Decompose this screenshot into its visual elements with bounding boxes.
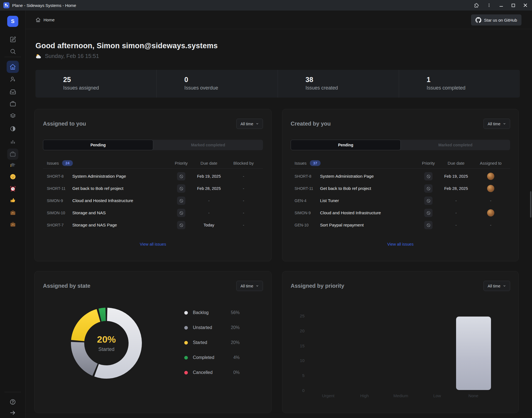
- sidebar: S: [0, 11, 25, 418]
- create-issue-icon[interactable]: [9, 36, 16, 43]
- priority-none-button[interactable]: [177, 221, 185, 229]
- priority-none-button[interactable]: [424, 221, 433, 229]
- sidebar-item-cycles[interactable]: [9, 125, 16, 132]
- tab-marked-completed[interactable]: Marked completed: [401, 140, 510, 150]
- extensions-icon[interactable]: [474, 3, 479, 8]
- x-axis-category: None: [458, 393, 489, 398]
- help-icon[interactable]: [9, 399, 16, 405]
- issues-label: Issues: [295, 161, 306, 165]
- tab-pending[interactable]: Pending: [43, 140, 153, 150]
- project-graduation-cap-icon[interactable]: [9, 162, 16, 169]
- view-all-issues-link[interactable]: View all issues: [140, 242, 166, 246]
- time-filter-dropdown[interactable]: All time: [236, 281, 263, 291]
- time-filter-dropdown[interactable]: All time: [236, 119, 263, 129]
- issue-key: SHORT-11: [47, 186, 72, 191]
- sidebar-item-archives[interactable]: [7, 149, 18, 160]
- github-star-label: Star us on GitHub: [484, 18, 517, 22]
- project-alarm-clock-icon[interactable]: [9, 185, 16, 192]
- legend-percent: 20%: [231, 340, 240, 345]
- donut-slice: [99, 308, 106, 322]
- priority-none-button[interactable]: [424, 209, 433, 217]
- stat-label: Issues overdue: [184, 85, 277, 91]
- stat-issues-completed: 1 Issues completed: [399, 70, 520, 98]
- x-axis-category: Low: [422, 393, 452, 398]
- time-filter-dropdown[interactable]: All time: [484, 119, 510, 129]
- column-blocked-by: Blocked by: [224, 161, 263, 165]
- sidebar-item-projects[interactable]: [9, 100, 16, 107]
- sidebar-item-analytics[interactable]: [9, 138, 16, 144]
- issue-due-date: -: [441, 211, 471, 215]
- window-minimize-button[interactable]: [499, 3, 503, 7]
- stat-label: Issues assigned: [63, 85, 156, 91]
- panel-title: Assigned by state: [43, 283, 90, 289]
- issue-title: Cloud and Hosted Infrastructure: [72, 198, 169, 203]
- greeting-datetime: Sunday, Feb 16 15:51: [45, 53, 99, 59]
- project-thumbs-up-icon[interactable]: [9, 197, 16, 203]
- sun-behind-cloud-icon: [35, 53, 42, 59]
- priority-none-button[interactable]: [424, 197, 433, 205]
- project-briefcase-icon[interactable]: [9, 209, 16, 216]
- issue-row[interactable]: GEN-4 List Tuner - -: [291, 195, 510, 207]
- workspace-logo[interactable]: S: [7, 16, 18, 27]
- priority-none-button[interactable]: [177, 209, 185, 217]
- github-star-button[interactable]: Star us on GitHub: [471, 14, 521, 26]
- stat-issues-created: 38 Issues created: [278, 70, 399, 98]
- tab-pending[interactable]: Pending: [291, 140, 401, 150]
- priority-none-button[interactable]: [424, 184, 433, 193]
- x-axis-category: Urgent: [313, 393, 344, 398]
- issue-row[interactable]: SHORT-11 Get back to Bob ref project Feb…: [43, 182, 263, 195]
- sidebar-item-views[interactable]: [9, 113, 16, 119]
- plane-logo-icon: [3, 2, 9, 8]
- tab-bar: Pending Marked completed: [291, 140, 510, 150]
- issue-row[interactable]: GEN-10 Sort Paypal repayment - -: [291, 219, 510, 231]
- issue-due-date: -: [441, 198, 471, 203]
- search-icon[interactable]: [9, 48, 16, 55]
- issue-row[interactable]: SHORT-7 Storage and NAS Page Today -: [43, 219, 263, 231]
- priority-none-button[interactable]: [177, 197, 185, 205]
- bar-none[interactable]: [456, 317, 491, 390]
- project-smiley-icon[interactable]: [9, 173, 16, 180]
- x-axis-category: High: [349, 393, 380, 398]
- ban-icon: [426, 198, 431, 203]
- ban-icon: [179, 198, 184, 203]
- window-maximize-button[interactable]: [511, 3, 515, 7]
- tab-marked-completed[interactable]: Marked completed: [153, 140, 263, 150]
- issue-title: System Administration Page: [320, 174, 416, 179]
- collapse-sidebar-icon[interactable]: [9, 409, 16, 416]
- priority-none-button[interactable]: [424, 172, 433, 180]
- sidebar-divider: [4, 57, 21, 57]
- issue-title: Sort Paypal repayment: [320, 223, 416, 228]
- view-all-issues-link[interactable]: View all issues: [387, 242, 414, 246]
- sidebar-item-inbox[interactable]: [9, 88, 16, 95]
- issue-row[interactable]: SIMON-9 Cloud and Hosted Infrastructure …: [43, 195, 263, 207]
- donut-slice: [71, 309, 100, 341]
- issue-row[interactable]: SHORT-8 System Administration Page Feb 1…: [43, 170, 263, 182]
- y-axis-tick: 10: [282, 358, 305, 363]
- breadcrumb[interactable]: Home: [35, 11, 55, 29]
- issue-row[interactable]: SIMON-9 Cloud and Hosted Infrastructure …: [291, 207, 510, 219]
- chevron-down-icon: [503, 122, 506, 125]
- column-due-date: Due date: [194, 161, 224, 165]
- y-axis-tick: 15: [282, 343, 305, 348]
- window-titlebar: Plane - Sideways Systems - Home: [0, 0, 532, 11]
- priority-none-button[interactable]: [177, 184, 185, 193]
- issue-key: SIMON-9: [295, 211, 320, 215]
- legend-label: Backlog: [193, 310, 209, 315]
- issue-row[interactable]: SHORT-8 System Administration Page Feb 1…: [291, 170, 510, 182]
- issue-blocked-by: -: [224, 198, 263, 203]
- sidebar-item-home[interactable]: [7, 61, 19, 73]
- priority-none-button[interactable]: [177, 172, 185, 180]
- issue-row[interactable]: SHORT-11 Get back to Bob ref project Feb…: [291, 182, 510, 195]
- stats-row: 25 Issues assigned 0 Issues overdue 38 I…: [35, 70, 520, 98]
- issue-assigned-to: -: [490, 223, 492, 227]
- scrollbar-thumb[interactable]: [530, 191, 531, 218]
- window-close-button[interactable]: [523, 3, 528, 7]
- donut-slice: [71, 342, 98, 376]
- project-briefcase-icon[interactable]: [9, 221, 16, 228]
- browser-menu-icon[interactable]: [487, 3, 491, 7]
- issue-row[interactable]: SIMON-10 Storage and NAS - -: [43, 207, 263, 219]
- time-filter-value: All time: [241, 284, 253, 288]
- greeting-block: Good afternoon, Simon simon@sideways.sys…: [35, 42, 218, 59]
- workspace-initial: S: [11, 18, 15, 24]
- sidebar-item-members[interactable]: [9, 76, 16, 82]
